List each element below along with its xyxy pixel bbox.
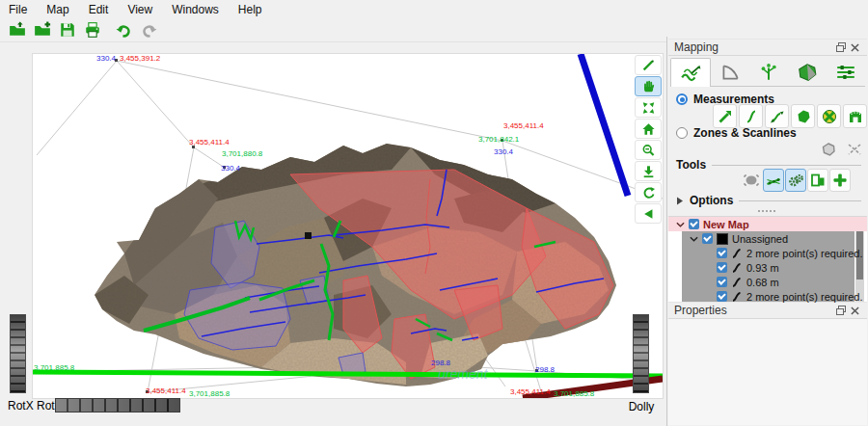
right-dock: Mapping	[666, 37, 868, 426]
plane-fit-tool-button[interactable]	[763, 169, 784, 192]
menu-windows[interactable]: Windows	[162, 1, 229, 18]
zone-polygon-icon	[821, 142, 836, 157]
tab-vegetation[interactable]	[749, 58, 788, 87]
undo-icon	[115, 22, 133, 39]
viewport-3d[interactable]: 330.4 3,455,391.2 3,455,411.4 3,701,880.…	[32, 53, 664, 399]
slope-curve-tab-icon	[719, 63, 741, 82]
menu-map[interactable]: Map	[37, 1, 78, 18]
menu-edit[interactable]: Edit	[79, 1, 119, 18]
curve-icon	[744, 109, 759, 124]
folder-add-icon	[33, 21, 52, 39]
unassigned-checkbox[interactable]	[702, 233, 713, 244]
chevron-down-icon[interactable]	[676, 221, 685, 228]
close-icon	[851, 43, 859, 52]
options-section[interactable]: Options	[676, 194, 861, 207]
undo-button[interactable]	[113, 20, 135, 40]
rot-slider-horizontal[interactable]	[55, 398, 180, 413]
close-panel-button[interactable]	[848, 304, 861, 317]
dolly-slider[interactable]	[633, 314, 649, 393]
save-icon	[59, 21, 76, 39]
new-map-checkbox[interactable]	[689, 219, 699, 229]
menubar: File Map Edit View Windows Help	[0, 0, 868, 18]
folder-open-icon	[8, 21, 27, 39]
vegetation-tab-icon	[758, 63, 779, 82]
polygon-measure-button[interactable]	[791, 104, 815, 128]
unassigned-label: Unassigned	[732, 233, 788, 245]
rotate-view-button[interactable]	[635, 182, 662, 202]
float-panel-button[interactable]	[834, 40, 848, 54]
curve-snap-measure-button[interactable]	[765, 104, 789, 128]
zones-radio[interactable]	[676, 127, 688, 139]
download-arrow-icon	[641, 165, 656, 178]
tree-row-measurement[interactable]: 2 more point(s) required.	[668, 246, 867, 260]
measurement-item-label: 0.68 m	[746, 277, 779, 288]
zoom-out-icon	[641, 144, 656, 157]
plus-icon	[832, 173, 848, 188]
tab-polyhedron[interactable]	[788, 58, 827, 87]
curve-measure-button[interactable]	[739, 104, 763, 128]
tree-row-measurement[interactable]: 0.68 m	[668, 275, 867, 289]
new-map-label: New Map	[703, 219, 749, 230]
arrow-measure-button[interactable]	[713, 104, 737, 128]
menu-view[interactable]: View	[118, 1, 162, 18]
open-button[interactable]	[6, 20, 28, 40]
redo-button[interactable]	[138, 20, 160, 40]
item-checkbox[interactable]	[717, 291, 727, 302]
item-checkbox[interactable]	[717, 277, 727, 287]
item-checkbox[interactable]	[717, 248, 727, 258]
close-panel-button[interactable]	[848, 40, 861, 54]
zoom-out-button[interactable]	[635, 140, 662, 160]
tree-row-unassigned[interactable]: Unassigned	[668, 231, 867, 246]
item-checkbox[interactable]	[717, 262, 727, 273]
chevron-down-icon[interactable]	[690, 235, 698, 243]
ellipse-tool-button[interactable]	[741, 169, 762, 192]
curve-item-icon	[731, 262, 743, 274]
curve-item-icon	[731, 248, 743, 259]
curve-arrows-icon	[770, 109, 785, 124]
draw-line-button[interactable]	[635, 55, 662, 75]
measurement-item-label: 0.93 m	[746, 262, 779, 274]
arrow-ne-icon	[718, 109, 733, 124]
save-view-button[interactable]	[635, 161, 662, 181]
rotate-icon	[641, 186, 656, 200]
add-model-button[interactable]	[31, 20, 53, 40]
dock-splitter[interactable]	[667, 208, 866, 214]
curve-item-icon	[731, 291, 743, 303]
add-tool-button[interactable]	[829, 169, 851, 192]
zones-radio-row[interactable]: Zones & Scanlines	[676, 126, 797, 140]
tab-settings[interactable]	[827, 58, 865, 87]
tab-slope-curve[interactable]	[711, 58, 749, 87]
plane-fit-icon	[766, 173, 781, 188]
view-toolbar	[635, 55, 662, 224]
mapping-panel-title: Mapping	[674, 40, 834, 54]
tree-row-new-map[interactable]: New Map	[668, 217, 867, 231]
measurement-item-label: 2 more point(s) required.	[746, 291, 862, 303]
gears-tool-button[interactable]	[785, 169, 806, 192]
back-view-button[interactable]	[635, 203, 662, 224]
tree-row-measurement[interactable]: 2 more point(s) required.	[668, 289, 867, 303]
home-view-button[interactable]	[635, 119, 662, 139]
menu-help[interactable]: Help	[229, 1, 272, 18]
color-swatch[interactable]	[717, 233, 728, 245]
menu-file[interactable]: File	[0, 1, 37, 18]
joint-ball-measure-button[interactable]	[817, 104, 841, 128]
tab-scanlines[interactable]	[670, 58, 711, 87]
settings-tab-icon	[835, 63, 856, 82]
rot-slider-vertical[interactable]	[10, 314, 26, 393]
print-icon	[84, 21, 101, 39]
float-panel-button[interactable]	[834, 304, 848, 317]
print-button[interactable]	[81, 20, 103, 40]
save-button[interactable]	[56, 20, 78, 40]
tunnel-measure-button[interactable]	[843, 104, 867, 128]
tree-row-measurement[interactable]: 0.93 m	[668, 260, 867, 275]
fit-view-button[interactable]	[635, 97, 662, 118]
pan-hand-button[interactable]	[635, 76, 662, 96]
application-window: File Map Edit View Windows Help	[0, 0, 868, 426]
tunnel-icon	[848, 109, 863, 124]
redo-icon	[140, 22, 158, 39]
properties-panel-title: Properties	[674, 304, 834, 317]
layout-tool-button[interactable]	[807, 169, 828, 192]
measurements-radio[interactable]	[676, 93, 688, 105]
mapping-panel-titlebar: Mapping	[668, 39, 867, 56]
map-tree: New Map Unassigned 2 more point(s) requi…	[668, 216, 867, 303]
